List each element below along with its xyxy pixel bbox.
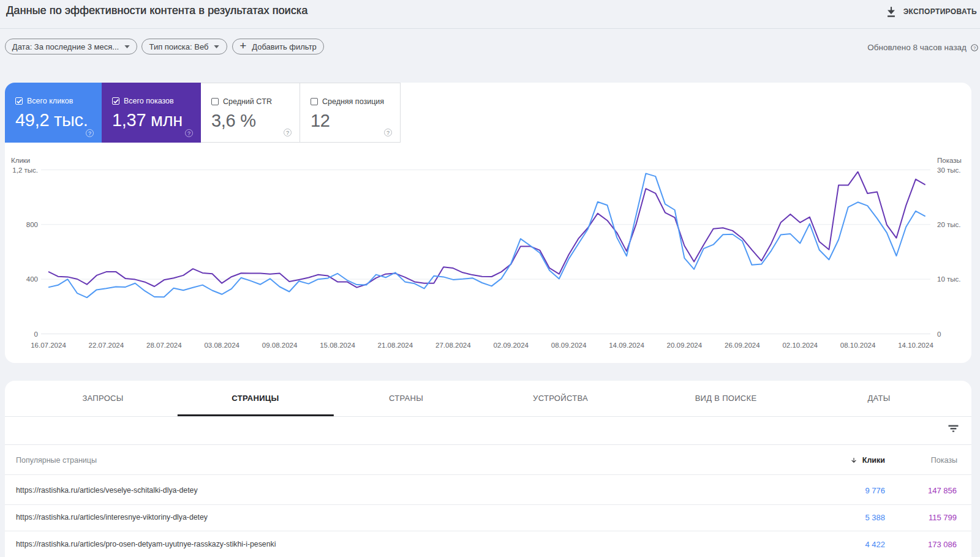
svg-text:1,2 тыс.: 1,2 тыс.: [12, 166, 38, 174]
svg-text:03.08.2024: 03.08.2024: [204, 342, 239, 349]
svg-text:14.09.2024: 14.09.2024: [609, 342, 644, 349]
svg-text:02.10.2024: 02.10.2024: [782, 342, 818, 349]
svg-text:09.08.2024: 09.08.2024: [262, 342, 298, 349]
svg-text:400: 400: [26, 275, 38, 283]
svg-text:14.10.2024: 14.10.2024: [898, 342, 933, 349]
svg-text:20 тыс.: 20 тыс.: [937, 221, 960, 228]
svg-text:08.09.2024: 08.09.2024: [551, 342, 587, 349]
svg-text:27.08.2024: 27.08.2024: [435, 342, 471, 349]
svg-text:0: 0: [937, 331, 941, 338]
svg-text:Клики: Клики: [11, 157, 30, 164]
svg-text:21.08.2024: 21.08.2024: [378, 342, 413, 349]
svg-text:08.10.2024: 08.10.2024: [840, 342, 876, 349]
svg-text:800: 800: [26, 221, 38, 228]
svg-text:22.07.2024: 22.07.2024: [89, 342, 124, 349]
svg-text:30 тыс.: 30 тыс.: [937, 166, 960, 174]
svg-text:26.09.2024: 26.09.2024: [725, 342, 760, 349]
svg-text:0: 0: [34, 331, 38, 338]
svg-text:16.07.2024: 16.07.2024: [31, 342, 66, 349]
svg-text:02.09.2024: 02.09.2024: [493, 342, 529, 349]
svg-text:Показы: Показы: [937, 157, 962, 164]
svg-text:20.09.2024: 20.09.2024: [667, 342, 703, 349]
svg-text:10 тыс.: 10 тыс.: [937, 275, 960, 283]
svg-text:28.07.2024: 28.07.2024: [146, 342, 182, 349]
svg-text:15.08.2024: 15.08.2024: [320, 342, 355, 349]
svg-text:?: ?: [973, 45, 976, 50]
